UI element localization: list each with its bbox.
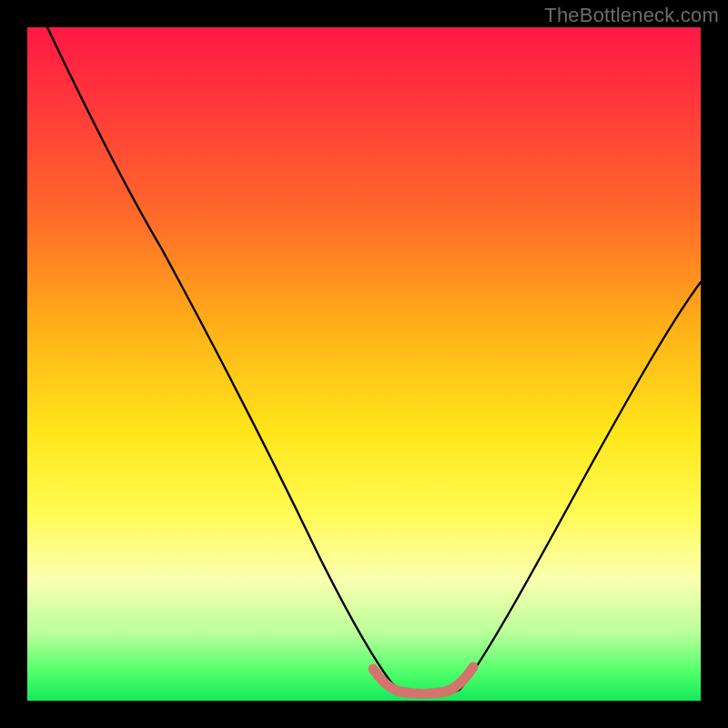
chart-frame: TheBottleneck.com xyxy=(0,0,728,728)
watermark-text: TheBottleneck.com xyxy=(544,4,719,27)
curve-line xyxy=(47,27,701,696)
chart-svg xyxy=(27,27,701,701)
plot-area xyxy=(27,27,701,701)
trough-highlight xyxy=(373,667,473,693)
